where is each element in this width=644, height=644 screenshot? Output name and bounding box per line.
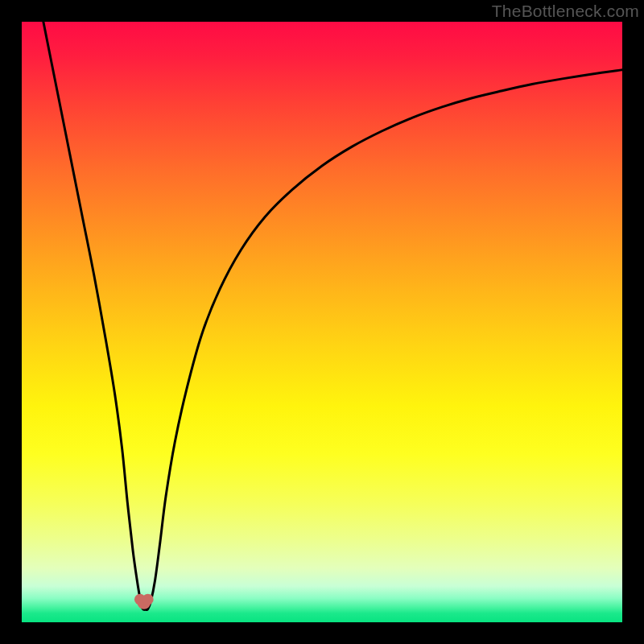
min-marker-dot xyxy=(142,594,154,605)
bottleneck-curve xyxy=(0,0,644,644)
chart-frame: TheBottleneck.com xyxy=(0,0,644,644)
curve-path xyxy=(43,22,622,610)
